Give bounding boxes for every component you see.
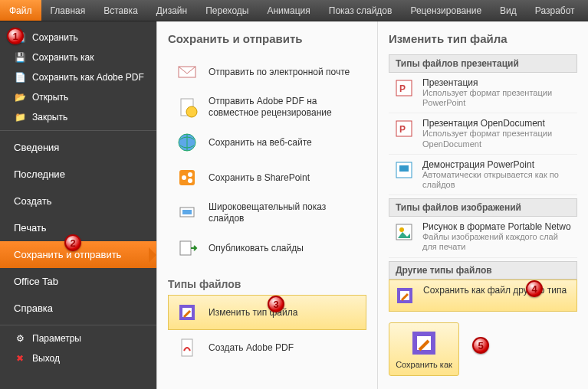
sidebar-open[interactable]: 📂 Открыть	[0, 87, 156, 107]
svg-point-21	[399, 227, 404, 232]
sidebar-new[interactable]: Создать	[0, 188, 156, 214]
svg-text:P: P	[399, 83, 406, 94]
callout-3: 3	[268, 296, 284, 312]
ribbon-tab-home[interactable]: Главная	[41, 0, 95, 21]
sidebar-item-label: Сохранить как	[32, 52, 94, 63]
svg-rect-25	[417, 336, 431, 350]
callout-4: 4	[526, 280, 543, 297]
publish-slides-row[interactable]: Опубликовать слайды	[168, 230, 366, 266]
list-item-label: Сохранить на веб-сайте	[209, 137, 360, 149]
pdf-review-icon	[175, 95, 199, 119]
category-other: Другие типы файлов	[389, 261, 577, 279]
list-item-label: Широковещательный показ слайдов	[209, 201, 360, 224]
callout-5: 5	[472, 337, 489, 354]
sidebar-item-label: Печать	[14, 222, 47, 234]
svg-point-2	[186, 106, 197, 117]
filetype-ppsx[interactable]: Демонстрация PowerPointАвтоматически отк…	[389, 155, 577, 195]
ribbon-tab-design[interactable]: Дизайн	[147, 0, 196, 21]
sidebar-recent[interactable]: Последние	[0, 161, 156, 188]
ppsx-icon	[393, 159, 415, 181]
change-file-type-column: Изменить тип файла Типы файлов презентац…	[378, 21, 588, 389]
pdf-icon: 📄	[14, 71, 26, 83]
category-presentations: Типы файлов презентаций	[389, 54, 577, 73]
sidebar-item-label: Закрыть	[32, 112, 67, 123]
section-title: Изменить тип файла	[389, 32, 577, 45]
svg-point-6	[188, 172, 192, 177]
ribbon-tab-file[interactable]: Файл	[0, 0, 41, 21]
sharepoint-icon	[175, 165, 199, 190]
save-sharepoint-row[interactable]: Сохранить в SharePoint	[168, 160, 366, 195]
backstage-sidebar: 💾 Сохранить 💾 Сохранить как 📄 Сохранить …	[0, 21, 156, 389]
publish-icon	[175, 236, 199, 260]
sidebar-item-label: Параметры	[32, 333, 81, 344]
ribbon-tab-developer[interactable]: Разработ	[526, 0, 584, 21]
category-images: Типы файлов изображений	[389, 198, 577, 217]
svg-text:P: P	[399, 124, 406, 135]
sidebar-separator	[0, 325, 156, 325]
svg-rect-9	[182, 210, 192, 214]
sidebar-exit[interactable]: ✖ Выход	[0, 348, 156, 368]
sidebar-item-label: Создать	[14, 195, 51, 207]
create-pdf-icon	[175, 335, 199, 360]
sidebar-item-label: Сведения	[14, 142, 59, 153]
sidebar-options[interactable]: ⚙ Параметры	[0, 329, 156, 348]
sidebar-item-label: Открыть	[32, 92, 68, 103]
list-item-label: Изменить тип файла	[209, 307, 360, 319]
sidebar-save-pdf[interactable]: 📄 Сохранить как Adobe PDF	[0, 67, 156, 87]
sidebar-help[interactable]: Справка	[0, 295, 156, 322]
create-adobe-pdf-row[interactable]: Создать Adobe PDF	[168, 330, 366, 365]
change-file-type-row[interactable]: Изменить тип файла	[168, 295, 366, 330]
sidebar-item-label: Сохранить как Adobe PDF	[32, 72, 144, 83]
broadcast-icon	[175, 201, 199, 225]
sidebar-save-as[interactable]: 💾 Сохранить как	[0, 47, 156, 67]
list-item-label: Сохранить в SharePoint	[209, 172, 360, 184]
odp-icon: P	[393, 118, 415, 139]
broadcast-row[interactable]: Широковещательный показ слайдов	[168, 195, 366, 230]
ribbon-tab-view[interactable]: Вид	[491, 0, 526, 21]
filetype-desc: Использует формат презентации OpenDocume…	[422, 129, 573, 149]
ribbon-tab-slideshow[interactable]: Показ слайдов	[320, 0, 402, 21]
ribbon-tab-insert[interactable]: Вставка	[94, 0, 147, 21]
svg-rect-19	[399, 165, 409, 172]
sidebar-item-label: Office Tab	[14, 276, 58, 287]
ribbon-tab-animation[interactable]: Анимация	[258, 0, 319, 21]
filetype-desc: Файлы изображений каждого слай для печат…	[422, 232, 573, 252]
filetype-other[interactable]: Сохранить как файл другого типа	[389, 279, 577, 312]
filetype-png[interactable]: Рисунок в формате Portable NetwoФайлы из…	[389, 217, 577, 257]
change-type-icon	[175, 300, 199, 325]
ribbon: Файл Главная Вставка Дизайн Переходы Ани…	[0, 0, 588, 21]
send-email-row[interactable]: Отправить по электронной почте	[168, 54, 366, 90]
filetype-title: Демонстрация PowerPoint	[422, 159, 573, 170]
section-title: Сохранить и отправить	[168, 32, 366, 45]
callout-2: 2	[64, 234, 81, 251]
filetype-title: Сохранить как файл другого типа	[423, 285, 567, 296]
sidebar-info[interactable]: Сведения	[0, 134, 156, 161]
mail-icon	[175, 60, 199, 84]
save-as-button-label: Сохранить как	[396, 360, 452, 369]
filetype-odp[interactable]: P Презентация OpenDocumentИспользует фор…	[389, 113, 577, 154]
pptx-icon: P	[393, 77, 415, 99]
filetype-desc: Автоматически открывается как по слайдов	[422, 170, 573, 190]
sidebar-office-tab[interactable]: Office Tab	[0, 268, 156, 295]
exit-icon: ✖	[14, 352, 26, 364]
list-item-label: Отправить по электронной почте	[209, 67, 360, 78]
sidebar-close[interactable]: 📁 Закрыть	[0, 107, 156, 127]
svg-rect-10	[180, 241, 191, 255]
send-pdf-review-row[interactable]: Отправить Adobe PDF на совместное реценз…	[168, 90, 366, 125]
options-icon: ⚙	[14, 332, 26, 345]
ribbon-tab-transitions[interactable]: Переходы	[196, 0, 258, 21]
svg-point-5	[182, 175, 186, 180]
sidebar-item-label: Сохранить	[32, 32, 78, 43]
globe-icon	[175, 130, 199, 155]
save-other-icon	[394, 285, 416, 306]
save-web-row[interactable]: Сохранить на веб-сайте	[168, 125, 366, 160]
filetype-title: Презентация	[422, 77, 573, 88]
list-item-label: Отправить Adobe PDF на совместное реценз…	[209, 96, 360, 119]
save-as-large-icon	[410, 329, 438, 357]
folder-close-icon: 📁	[14, 111, 26, 123]
svg-point-7	[188, 178, 192, 183]
ribbon-tab-review[interactable]: Рецензирование	[401, 0, 491, 21]
save-as-button[interactable]: Сохранить как	[389, 322, 459, 376]
filetype-pptx[interactable]: P ПрезентацияИспользует формат презентац…	[389, 73, 577, 113]
callout-1: 1	[7, 28, 24, 44]
